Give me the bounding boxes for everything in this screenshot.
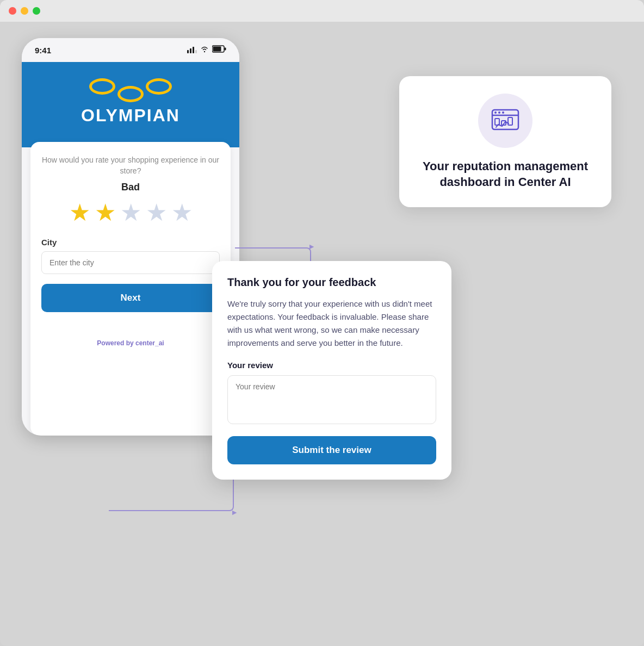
feedback-body: We're truly sorry that your experience w… (227, 297, 436, 350)
next-button[interactable]: Next (41, 284, 220, 312)
feedback-title: Thank you for your feedback (227, 276, 436, 289)
dashboard-icon (490, 105, 521, 136)
ring-2 (117, 86, 144, 102)
phone-card: How would you rate your shopping experie… (30, 142, 231, 436)
ring-1 (89, 78, 115, 95)
stars-row: ★ ★ ★ ★ ★ (41, 201, 220, 225)
phone-mockup: 9:41 OLYMPIAN (22, 38, 239, 436)
svg-rect-7 (225, 48, 226, 51)
wifi-icon (200, 45, 209, 55)
svg-point-11 (498, 111, 500, 114)
close-button[interactable] (9, 7, 16, 15)
rating-question: How would you rate your shopping experie… (41, 155, 220, 176)
svg-point-4 (204, 51, 205, 52)
star-5[interactable]: ★ (171, 201, 193, 225)
svg-rect-13 (495, 119, 499, 125)
review-textarea[interactable] (227, 375, 436, 424)
phone-header: OLYMPIAN (22, 62, 239, 147)
olympian-text: OLYMPIAN (81, 105, 180, 126)
rating-label: Bad (41, 182, 220, 193)
svg-rect-0 (187, 50, 189, 53)
status-time: 9:41 (35, 46, 51, 55)
star-4[interactable]: ★ (146, 201, 167, 225)
signal-icon (187, 46, 197, 55)
olympian-logo: OLYMPIAN (35, 78, 226, 126)
dashboard-card: Your reputation management dashboard in … (399, 76, 611, 207)
star-3[interactable]: ★ (120, 201, 141, 225)
submit-review-button[interactable]: Submit the review (227, 436, 436, 464)
svg-rect-6 (213, 47, 221, 52)
ring-3 (146, 78, 172, 95)
status-icons (187, 45, 226, 55)
svg-rect-2 (193, 47, 194, 53)
maximize-button[interactable] (33, 7, 40, 15)
svg-point-12 (502, 111, 504, 114)
feedback-modal: Thank you for your feedback We're truly … (212, 261, 451, 480)
minimize-button[interactable] (21, 7, 28, 15)
powered-by: Powered by center_ai (41, 339, 220, 347)
star-1[interactable]: ★ (69, 201, 90, 225)
review-label: Your review (227, 361, 436, 370)
city-input[interactable] (41, 251, 220, 274)
svg-rect-3 (195, 50, 197, 53)
olympian-rings (89, 78, 172, 102)
city-label: City (41, 238, 220, 247)
window-chrome (0, 0, 644, 22)
svg-rect-1 (190, 48, 191, 53)
content-area: 9:41 OLYMPIAN (0, 22, 644, 646)
battery-icon (212, 45, 226, 55)
status-bar: 9:41 (22, 38, 239, 62)
dashboard-title: Your reputation management dashboard in … (414, 159, 596, 190)
dashboard-icon-circle (478, 94, 532, 148)
star-2[interactable]: ★ (95, 201, 116, 225)
svg-point-10 (494, 111, 497, 114)
